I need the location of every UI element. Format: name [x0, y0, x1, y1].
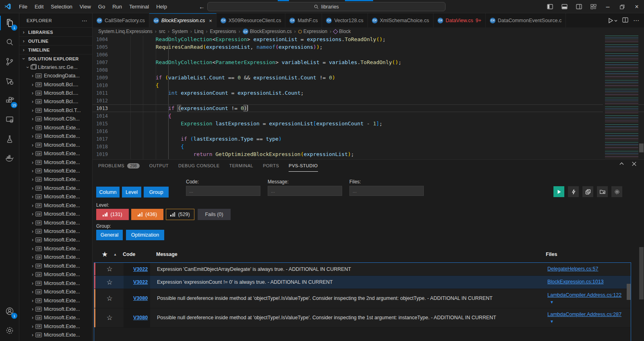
remote-explorer-icon[interactable]: [0, 110, 19, 129]
tree-item[interactable]: ›C#EncodingData...: [19, 71, 92, 80]
favorite-column-header-icon[interactable]: ★: [94, 251, 107, 258]
breadcrumb-item[interactable]: Expression: [298, 29, 327, 34]
line-number[interactable]: 1015: [93, 120, 108, 128]
code-editor[interactable]: 1004ReadOnlyCollection<Expression> expre…: [93, 35, 644, 159]
breadcrumb-item[interactable]: Linq: [194, 29, 204, 34]
quick-actions-bolt-button[interactable]: [568, 186, 579, 197]
panel-tab-problems[interactable]: PROBLEMS298: [98, 160, 140, 172]
section-solution-explorer[interactable]: ›SOLUTION EXPLORER: [19, 54, 92, 63]
testing-icon[interactable]: [0, 129, 19, 149]
breadcrumb-item[interactable]: C#BlockExpression.cs: [243, 29, 292, 34]
code-line-1007[interactable]: 1007ReadOnlyCollection<ParameterExpressi…: [93, 58, 644, 66]
tree-item[interactable]: ›C#Microsoft.Exte...: [19, 236, 92, 244]
table-scrollbar-thumb[interactable]: [627, 284, 631, 300]
line-number[interactable]: 1009: [93, 74, 108, 82]
close-button[interactable]: ×: [630, 0, 644, 13]
tab-close-icon[interactable]: ×: [209, 18, 212, 24]
message-filter-input[interactable]: [268, 186, 342, 196]
tree-item[interactable]: ›C#Microsoft.Exte...: [19, 262, 92, 270]
code-filter-input[interactable]: [186, 186, 260, 196]
menu-go[interactable]: Go: [95, 4, 109, 10]
line-number[interactable]: 1010: [93, 82, 108, 89]
line-number[interactable]: 1007: [93, 59, 108, 67]
tree-item[interactable]: ›C#Microsoft.Exte...: [19, 201, 92, 210]
explorer-icon[interactable]: 1: [0, 13, 19, 33]
column-button[interactable]: Column: [96, 187, 120, 198]
code-line-1013[interactable]: 1013if (expressionCount != 0): [93, 104, 644, 112]
line-number[interactable]: 1004: [93, 36, 108, 44]
source-control-icon[interactable]: [0, 52, 19, 71]
tree-item[interactable]: ›C#Microsoft.Exte...: [19, 184, 92, 192]
line-number[interactable]: 1005: [93, 44, 108, 51]
file-location-link[interactable]: LambdaCompiler.Address.cs:122: [547, 291, 621, 299]
favorite-star-icon[interactable]: ☆: [106, 265, 112, 273]
copy-report-button[interactable]: [582, 186, 593, 197]
line-number[interactable]: 1014: [93, 112, 108, 120]
account-icon[interactable]: 1: [0, 301, 19, 321]
line-number[interactable]: 1011: [93, 89, 108, 97]
diagnostic-code-link[interactable]: V3080: [133, 315, 148, 320]
tree-item[interactable]: ›C#Microsoft.Exte...: [19, 166, 92, 175]
tree-item[interactable]: ›C#Microsoft.Exte...: [19, 193, 92, 201]
tree-item[interactable]: ›C#Microsoft.Exte...: [19, 322, 92, 331]
code-line-1017[interactable]: 1017if (lastExpression.Type == type): [93, 135, 644, 143]
line-number[interactable]: 1018: [93, 143, 108, 151]
line-number[interactable]: 1019: [93, 151, 108, 158]
search-sidebar-icon[interactable]: [0, 33, 19, 52]
panel-close-icon[interactable]: [632, 161, 637, 168]
back-arrow-icon[interactable]: ←: [199, 3, 205, 10]
tab-DataView.cs[interactable]: C#DataView.cs9+: [433, 13, 486, 27]
menu-run[interactable]: Run: [109, 4, 126, 10]
tab-XmlSchemaChoice.cs[interactable]: C#XmlSchemaChoice.cs: [368, 13, 433, 27]
file-location-link[interactable]: BlockExpression.cs:1013: [547, 278, 604, 286]
tree-item[interactable]: ›C#Microsoft.Bcl....: [19, 98, 92, 106]
settings-gear-icon[interactable]: [0, 321, 19, 340]
line-number[interactable]: 1017: [93, 135, 108, 143]
tree-item[interactable]: ›C#Microsoft.Exte...: [19, 305, 92, 313]
tree-item[interactable]: ›C#Microsoft.Exte...: [19, 227, 92, 235]
line-number[interactable]: 1016: [93, 128, 108, 135]
code-line-1006[interactable]: 1006: [93, 51, 644, 58]
tab-DataCommonEventSource.c[interactable]: C#DataCommonEventSource.c: [486, 13, 566, 27]
files-filter-input[interactable]: [349, 186, 424, 196]
tree-item[interactable]: ›C#Microsoft.Exte...: [19, 149, 92, 158]
tree-item[interactable]: ›C#Microsoft.Exte...: [19, 132, 92, 141]
toggle-sidebar-icon[interactable]: [543, 0, 557, 13]
code-line-1014[interactable]: 1014{: [93, 112, 644, 120]
docker-icon[interactable]: [0, 149, 19, 168]
code-line-1005[interactable]: 1005RequiresCanRead(expressionList, name…: [93, 43, 644, 51]
restore-button[interactable]: [615, 0, 630, 13]
breadcrumb-item[interactable]: Block: [334, 29, 351, 34]
menu-selection[interactable]: Selection: [47, 4, 76, 10]
level-medium-button[interactable]: (436): [131, 209, 163, 220]
issue-row[interactable]: ☆V3080Possible null dereference inside m…: [94, 289, 631, 308]
code-line-1008[interactable]: 1008: [93, 66, 644, 74]
line-number[interactable]: 1008: [93, 67, 108, 74]
diagnostic-code-link[interactable]: V3022: [133, 279, 148, 285]
code-line-1010[interactable]: 1010{: [93, 81, 644, 89]
group-optimization-button[interactable]: Optimization: [126, 230, 164, 240]
favorite-star-icon[interactable]: ☆: [106, 314, 112, 322]
tree-item[interactable]: ›C#Microsoft.Exte...: [19, 244, 92, 253]
section-libraries[interactable]: ›LIBRARIES: [19, 27, 92, 36]
issue-row[interactable]: ☆V3022Expression 'expressionCount != 0' …: [94, 276, 631, 289]
tree-item[interactable]: ›C#Microsoft.Exte...: [19, 141, 92, 149]
tree-item[interactable]: ›C#Microsoft.Exte...: [19, 270, 92, 279]
extensions-icon[interactable]: 15: [0, 91, 19, 110]
tab-MathF.cs[interactable]: C#MathF.cs: [285, 13, 322, 27]
line-number[interactable]: 1006: [93, 51, 108, 59]
panel-tab-output[interactable]: OUTPUT: [149, 160, 169, 172]
level-fails-button[interactable]: Fails (0): [198, 209, 231, 220]
group-general-button[interactable]: General: [96, 230, 123, 240]
line-number[interactable]: 1013: [93, 105, 108, 112]
toggle-secondary-sidebar-icon[interactable]: [572, 0, 586, 13]
breadcrumb-item[interactable]: src: [159, 29, 165, 34]
message-column-header[interactable]: Message: [156, 252, 546, 257]
expand-locations-icon[interactable]: ▼: [550, 299, 554, 306]
menu-view[interactable]: View: [76, 4, 95, 10]
panel-tab-terminal[interactable]: TERMINAL: [229, 160, 254, 172]
breadcrumb-item[interactable]: Expressions: [210, 29, 236, 34]
section-timeline[interactable]: ›TIMELINE: [19, 45, 92, 54]
code-line-1009[interactable]: 1009if (variableList.Count == 0 && expre…: [93, 74, 644, 81]
tab-BlockExpression.cs[interactable]: C#BlockExpression.cs×: [149, 13, 217, 27]
